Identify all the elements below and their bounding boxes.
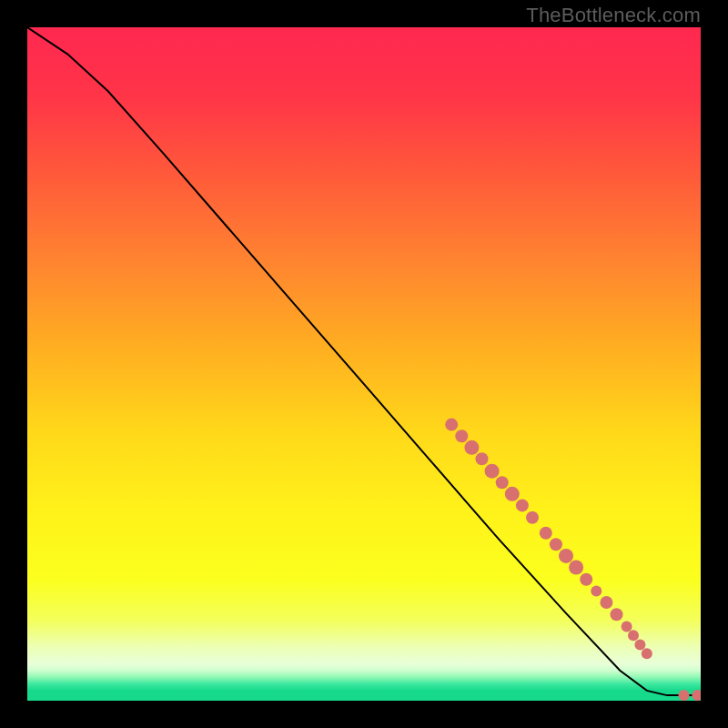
data-point [692, 690, 701, 701]
data-point [622, 622, 632, 632]
chart-overlay [27, 27, 701, 701]
data-point [642, 648, 652, 659]
data-point [591, 585, 602, 596]
data-point [600, 596, 612, 609]
data-point [516, 499, 529, 511]
data-point [445, 419, 458, 431]
data-point [559, 549, 573, 563]
data-point [679, 690, 690, 701]
data-point [496, 476, 509, 489]
data-point [569, 561, 583, 575]
data-points [445, 419, 701, 701]
data-point [476, 452, 489, 465]
data-point [505, 487, 520, 501]
plot-area [27, 27, 701, 701]
data-point [580, 573, 592, 586]
data-point [526, 511, 539, 524]
data-point [634, 640, 645, 651]
data-point [611, 608, 623, 621]
data-point [455, 430, 468, 442]
data-point [628, 630, 639, 641]
data-point [485, 464, 500, 479]
chart-frame: TheBottleneck.com [0, 0, 728, 728]
data-point [550, 538, 562, 551]
watermark-text: TheBottleneck.com [526, 4, 701, 27]
data-point [464, 440, 479, 455]
data-point [540, 527, 552, 540]
